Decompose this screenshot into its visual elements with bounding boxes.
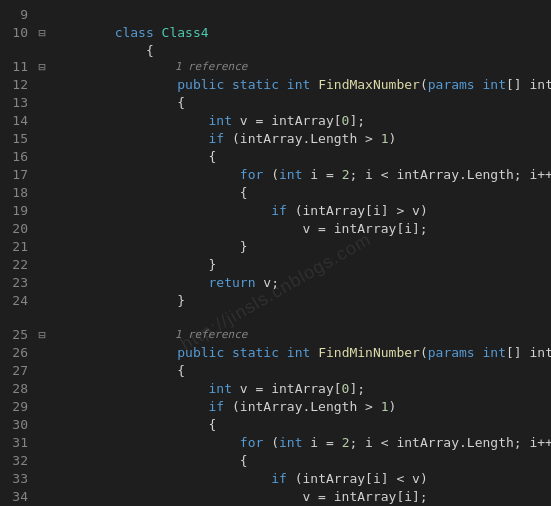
gutter-cell bbox=[34, 470, 50, 488]
code-text: { bbox=[115, 453, 248, 468]
keyword-if2: if bbox=[271, 203, 287, 218]
gutter-cell bbox=[34, 76, 50, 94]
gutter-cell bbox=[34, 452, 50, 470]
code-text bbox=[115, 311, 123, 326]
code-text: (intArray[i] > v) bbox=[287, 203, 428, 218]
line-num: 20 bbox=[4, 220, 28, 238]
code-text: v = intArray[i]; bbox=[115, 221, 428, 236]
code-text bbox=[279, 345, 287, 360]
keyword-public: public bbox=[177, 77, 224, 92]
code-text: { bbox=[115, 417, 217, 432]
code-text: { bbox=[115, 149, 217, 164]
line-num: 17 bbox=[4, 166, 28, 184]
keyword-if3: if bbox=[209, 399, 225, 414]
gutter-cell bbox=[34, 310, 50, 326]
gutter-cell bbox=[34, 416, 50, 434]
gutter-cell bbox=[34, 380, 50, 398]
line-num: 24 bbox=[4, 292, 28, 310]
keyword-if: if bbox=[209, 131, 225, 146]
line-num: 27 bbox=[4, 362, 28, 380]
gutter-cell bbox=[34, 344, 50, 362]
line-num bbox=[4, 42, 28, 58]
code-text bbox=[475, 345, 483, 360]
keyword-int4: int bbox=[279, 167, 302, 182]
code-text bbox=[310, 345, 318, 360]
indent bbox=[115, 381, 209, 396]
gutter-cell bbox=[34, 434, 50, 452]
line-num: 22 bbox=[4, 256, 28, 274]
keyword-for2: for bbox=[240, 435, 263, 450]
method-name-2: FindMinNumber bbox=[318, 345, 420, 360]
method-name: FindMaxNumber bbox=[318, 77, 420, 92]
keyword-int2: int bbox=[483, 77, 506, 92]
gutter-cell bbox=[34, 166, 50, 184]
keyword-int6: int bbox=[483, 345, 506, 360]
line-num: 13 bbox=[4, 94, 28, 112]
collapse-icon[interactable]: ⊟ bbox=[34, 24, 50, 42]
collapse-icon[interactable]: ⊟ bbox=[34, 58, 50, 76]
code-text: ( bbox=[420, 77, 428, 92]
line-num: 21 bbox=[4, 238, 28, 256]
indent bbox=[115, 345, 178, 360]
line-num: 10 bbox=[4, 24, 28, 42]
line-num: 26 bbox=[4, 344, 28, 362]
code-text: ; i < intArray.Length; i++) bbox=[349, 167, 551, 182]
indent bbox=[115, 471, 272, 486]
code-text: ) bbox=[389, 399, 397, 414]
indent bbox=[115, 167, 240, 182]
keyword-int8: int bbox=[279, 435, 302, 450]
code-text: (intArray.Length > bbox=[224, 399, 381, 414]
line-num: 18 bbox=[4, 184, 28, 202]
line-num bbox=[4, 310, 28, 326]
code-text: [] intArray) bbox=[506, 77, 551, 92]
keyword-static2: static bbox=[232, 345, 279, 360]
collapse-icon[interactable]: ⊟ bbox=[34, 326, 50, 344]
line-num: 29 bbox=[4, 398, 28, 416]
indent bbox=[115, 113, 209, 128]
code-text: v = intArray[ bbox=[232, 381, 342, 396]
code-text: ( bbox=[263, 167, 279, 182]
gutter-cell bbox=[34, 398, 50, 416]
indent bbox=[115, 399, 209, 414]
code-text: i = bbox=[302, 435, 341, 450]
line-num: 11 bbox=[4, 58, 28, 76]
line-num: 31 bbox=[4, 434, 28, 452]
code-text: ) bbox=[389, 131, 397, 146]
code-text: { bbox=[115, 95, 185, 110]
code-text: v; bbox=[256, 275, 279, 290]
line-num: 30 bbox=[4, 416, 28, 434]
gutter-cell bbox=[34, 112, 50, 130]
line-num: 16 bbox=[4, 148, 28, 166]
line-num: 33 bbox=[4, 470, 28, 488]
code-text: } bbox=[115, 257, 217, 272]
code-text: [] intArray) bbox=[506, 345, 551, 360]
line-num: 9 bbox=[4, 6, 28, 24]
code-text: (intArray[i] < v) bbox=[287, 471, 428, 486]
line-num: 14 bbox=[4, 112, 28, 130]
keyword-public2: public bbox=[177, 345, 224, 360]
line-num: 12 bbox=[4, 76, 28, 94]
number-1b: 1 bbox=[381, 399, 389, 414]
code-line-9: class Class4 bbox=[52, 6, 551, 24]
code-text: ]; bbox=[349, 113, 365, 128]
gutter-cell bbox=[34, 488, 50, 506]
line-num: 19 bbox=[4, 202, 28, 220]
code-text bbox=[224, 345, 232, 360]
gutter-cell bbox=[34, 148, 50, 166]
code-text: { bbox=[115, 363, 185, 378]
line-num: 28 bbox=[4, 380, 28, 398]
code-text: (intArray.Length > bbox=[224, 131, 381, 146]
code-text: ( bbox=[420, 345, 428, 360]
code-text bbox=[224, 77, 232, 92]
code-container: 9 10 11 12 13 14 15 16 17 18 19 20 bbox=[0, 6, 551, 506]
line-num: 23 bbox=[4, 274, 28, 292]
code-text: v = intArray[i]; bbox=[115, 489, 428, 504]
line-num: 34 bbox=[4, 488, 28, 506]
keyword-int5: int bbox=[287, 345, 310, 360]
gutter-cell bbox=[34, 94, 50, 112]
indent bbox=[115, 203, 272, 218]
keyword-return: return bbox=[209, 275, 256, 290]
gutter-cell bbox=[34, 202, 50, 220]
code-editor: http://jinsls.cnblogs.com 9 10 11 12 13 … bbox=[0, 0, 551, 506]
code-text bbox=[279, 77, 287, 92]
